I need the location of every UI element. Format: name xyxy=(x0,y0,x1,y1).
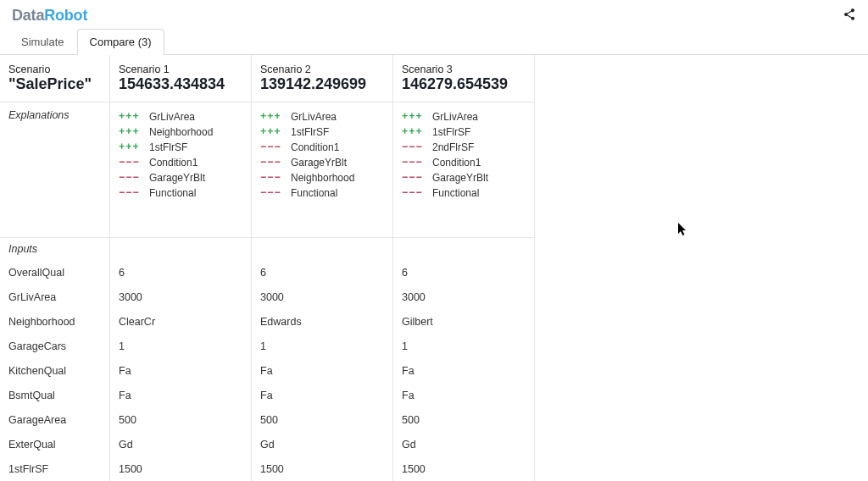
scenario-header: Scenario 3 146279.654539 xyxy=(393,55,534,102)
explanation-item: +++1stFlrSF xyxy=(402,124,526,140)
input-row-value: 500 xyxy=(110,407,251,432)
scenario-header: Scenario 1 154633.434834 xyxy=(110,55,251,102)
inputs-spacer xyxy=(110,238,251,260)
brand-part2: Robot xyxy=(44,7,87,24)
explanation-feature: Condition1 xyxy=(149,155,198,170)
plus-icon: +++ xyxy=(119,109,144,124)
explanation-feature: Neighborhood xyxy=(149,124,213,140)
input-row-value: Gd xyxy=(110,432,251,456)
explanation-feature: 2ndFlrSF xyxy=(432,140,474,155)
explanation-feature: Functional xyxy=(432,185,479,201)
input-row-value: 6 xyxy=(252,260,392,285)
explanation-feature: Neighborhood xyxy=(291,170,354,185)
input-row-value: 1 xyxy=(393,334,534,358)
labels-column: Scenario "SalePrice"ExplanationsInputsOv… xyxy=(0,55,110,481)
minus-icon: −−− xyxy=(402,155,427,170)
scenario-title: Scenario 1 xyxy=(119,64,242,75)
input-row-value: 1 xyxy=(252,334,392,358)
explanations-block: +++GrLivArea+++1stFlrSF−−−Condition1−−−G… xyxy=(252,102,392,238)
target-label: "SalePrice" xyxy=(8,75,101,93)
explanation-feature: 1stFlrSF xyxy=(432,124,470,140)
minus-icon: −−− xyxy=(260,140,286,155)
input-row-label: 1stFlrSF xyxy=(0,456,109,481)
input-row-value: Fa xyxy=(252,383,392,407)
scenario-column: Scenario 1 154633.434834+++GrLivArea+++N… xyxy=(110,55,252,481)
explanation-item: −−−2ndFlrSF xyxy=(402,140,526,155)
explanation-item: +++GrLivArea xyxy=(119,109,242,124)
input-row-value: 6 xyxy=(393,260,534,285)
input-row-value: ClearCr xyxy=(110,309,251,334)
plus-icon: +++ xyxy=(402,109,427,124)
scenario-value: 139142.249699 xyxy=(260,75,384,93)
scenario-header: Scenario 2 139142.249699 xyxy=(252,55,392,102)
input-row-label: GarageArea xyxy=(0,407,109,432)
input-row-label: ExterQual xyxy=(0,432,109,456)
explanation-feature: 1stFlrSF xyxy=(149,140,187,155)
scenario-label: Scenario xyxy=(8,64,101,75)
input-row-value: 3000 xyxy=(393,285,534,309)
scenario-value: 146279.654539 xyxy=(402,75,526,93)
input-row-value: 3000 xyxy=(110,285,251,309)
compare-grid: Scenario "SalePrice"ExplanationsInputsOv… xyxy=(0,55,868,481)
input-row-value: 3000 xyxy=(252,285,392,309)
explanation-item: −−−Condition1 xyxy=(402,155,526,170)
plus-icon: +++ xyxy=(260,124,286,140)
minus-icon: −−− xyxy=(260,185,286,201)
explanation-item: −−−Functional xyxy=(260,185,384,201)
inputs-label-row: Inputs xyxy=(0,238,109,260)
input-row-label: GarageCars xyxy=(0,334,109,358)
input-row-value: Fa xyxy=(393,383,534,407)
explanation-feature: GarageYrBlt xyxy=(149,170,205,185)
inputs-spacer xyxy=(393,238,534,260)
input-row-value: Fa xyxy=(393,358,534,383)
plus-icon: +++ xyxy=(119,140,144,155)
explanation-feature: GarageYrBlt xyxy=(291,155,347,170)
input-row-label: OverallQual xyxy=(0,260,109,285)
tab-compare[interactable]: Compare (3) xyxy=(77,29,164,55)
explanation-item: +++1stFlrSF xyxy=(119,140,242,155)
plus-icon: +++ xyxy=(119,124,144,140)
input-row-value: 1500 xyxy=(393,456,534,481)
minus-icon: −−− xyxy=(402,170,427,185)
input-row-value: Gilbert xyxy=(393,309,534,334)
tabs-bar: Simulate Compare (3) xyxy=(0,28,868,55)
explanation-item: −−−Condition1 xyxy=(260,140,384,155)
explanation-feature: 1stFlrSF xyxy=(291,124,329,140)
input-row-value: 1500 xyxy=(110,456,251,481)
scenario-title: Scenario 3 xyxy=(402,64,526,75)
brand-part1: Data xyxy=(12,7,44,24)
input-row-value: 6 xyxy=(110,260,251,285)
scenario-value: 154633.434834 xyxy=(119,75,242,93)
inputs-spacer xyxy=(252,238,392,260)
input-row-label: Neighborhood xyxy=(0,309,109,334)
explanation-item: −−−GarageYrBlt xyxy=(402,170,526,185)
explanation-item: +++GrLivArea xyxy=(260,109,384,124)
explanation-item: −−−Neighborhood xyxy=(260,170,384,185)
explanations-label: Explanations xyxy=(8,109,101,121)
explanations-block: +++GrLivArea+++1stFlrSF−−−2ndFlrSF−−−Con… xyxy=(393,102,534,238)
input-row-label: BsmtQual xyxy=(0,383,109,407)
inputs-label: Inputs xyxy=(8,243,101,255)
input-row-value: 1500 xyxy=(252,456,392,481)
explanation-feature: Condition1 xyxy=(291,140,339,155)
input-row-value: Gd xyxy=(393,432,534,456)
explanation-item: +++GrLivArea xyxy=(402,109,526,124)
explanation-feature: Functional xyxy=(291,185,337,201)
plus-icon: +++ xyxy=(260,109,286,124)
tab-simulate[interactable]: Simulate xyxy=(8,29,77,55)
minus-icon: −−− xyxy=(260,155,286,170)
minus-icon: −−− xyxy=(402,140,427,155)
explanation-item: −−−GarageYrBlt xyxy=(260,155,384,170)
explanation-feature: GarageYrBlt xyxy=(432,170,488,185)
minus-icon: −−− xyxy=(402,185,427,201)
explanation-item: −−−Functional xyxy=(402,185,526,201)
brand-logo: DataRobot xyxy=(12,7,87,25)
scenario-column: Scenario 2 139142.249699+++GrLivArea+++1… xyxy=(252,55,393,481)
explanation-item: −−−GarageYrBlt xyxy=(119,170,242,185)
minus-icon: −−− xyxy=(119,185,144,201)
input-row-value: 500 xyxy=(252,407,392,432)
explanation-feature: GrLivArea xyxy=(432,109,478,124)
input-row-value: Gd xyxy=(252,432,392,456)
share-icon[interactable] xyxy=(843,8,856,24)
app-header: DataRobot xyxy=(0,0,868,28)
